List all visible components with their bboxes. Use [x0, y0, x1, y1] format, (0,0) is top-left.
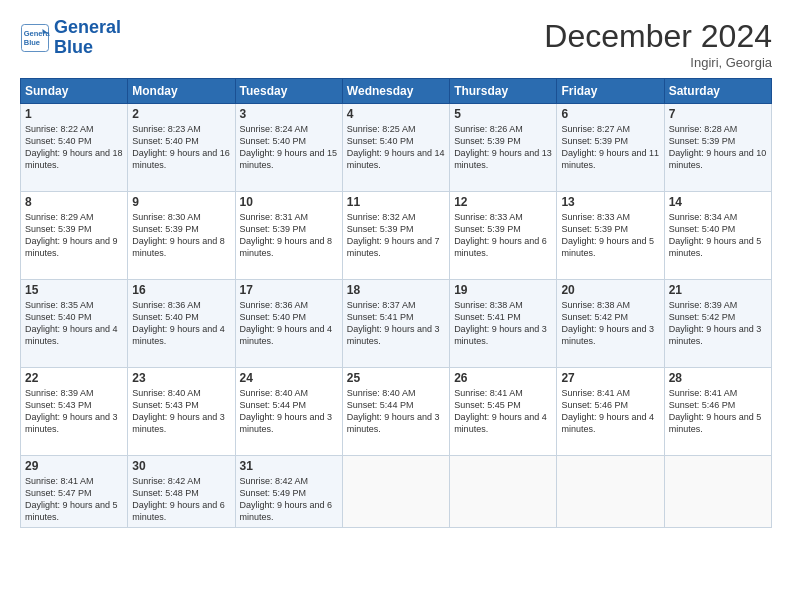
table-row [664, 456, 771, 528]
day-info: Sunrise: 8:32 AMSunset: 5:39 PMDaylight:… [347, 212, 440, 258]
month-title: December 2024 [544, 18, 772, 55]
day-number: 23 [132, 371, 230, 385]
day-info: Sunrise: 8:22 AMSunset: 5:40 PMDaylight:… [25, 124, 123, 170]
day-number: 12 [454, 195, 552, 209]
table-row: 18 Sunrise: 8:37 AMSunset: 5:41 PMDaylig… [342, 280, 449, 368]
day-number: 18 [347, 283, 445, 297]
col-wednesday: Wednesday [342, 79, 449, 104]
logo-line2: Blue [54, 38, 121, 58]
col-thursday: Thursday [450, 79, 557, 104]
day-number: 4 [347, 107, 445, 121]
table-row: 22 Sunrise: 8:39 AMSunset: 5:43 PMDaylig… [21, 368, 128, 456]
col-saturday: Saturday [664, 79, 771, 104]
day-info: Sunrise: 8:41 AMSunset: 5:47 PMDaylight:… [25, 476, 118, 522]
day-info: Sunrise: 8:42 AMSunset: 5:49 PMDaylight:… [240, 476, 333, 522]
page: General Blue General Blue December 2024 … [0, 0, 792, 612]
day-info: Sunrise: 8:39 AMSunset: 5:43 PMDaylight:… [25, 388, 118, 434]
table-row: 21 Sunrise: 8:39 AMSunset: 5:42 PMDaylig… [664, 280, 771, 368]
day-number: 1 [25, 107, 123, 121]
table-row: 13 Sunrise: 8:33 AMSunset: 5:39 PMDaylig… [557, 192, 664, 280]
day-info: Sunrise: 8:26 AMSunset: 5:39 PMDaylight:… [454, 124, 552, 170]
day-number: 5 [454, 107, 552, 121]
calendar-header: Sunday Monday Tuesday Wednesday Thursday… [21, 79, 772, 104]
day-number: 10 [240, 195, 338, 209]
day-number: 25 [347, 371, 445, 385]
day-number: 24 [240, 371, 338, 385]
table-row: 10 Sunrise: 8:31 AMSunset: 5:39 PMDaylig… [235, 192, 342, 280]
table-row: 26 Sunrise: 8:41 AMSunset: 5:45 PMDaylig… [450, 368, 557, 456]
day-number: 17 [240, 283, 338, 297]
col-tuesday: Tuesday [235, 79, 342, 104]
day-info: Sunrise: 8:31 AMSunset: 5:39 PMDaylight:… [240, 212, 333, 258]
day-info: Sunrise: 8:34 AMSunset: 5:40 PMDaylight:… [669, 212, 762, 258]
table-row: 7 Sunrise: 8:28 AMSunset: 5:39 PMDayligh… [664, 104, 771, 192]
day-number: 31 [240, 459, 338, 473]
day-number: 7 [669, 107, 767, 121]
day-info: Sunrise: 8:23 AMSunset: 5:40 PMDaylight:… [132, 124, 230, 170]
day-number: 2 [132, 107, 230, 121]
day-number: 21 [669, 283, 767, 297]
table-row: 5 Sunrise: 8:26 AMSunset: 5:39 PMDayligh… [450, 104, 557, 192]
day-info: Sunrise: 8:29 AMSunset: 5:39 PMDaylight:… [25, 212, 118, 258]
day-info: Sunrise: 8:38 AMSunset: 5:41 PMDaylight:… [454, 300, 547, 346]
table-row [557, 456, 664, 528]
table-row: 28 Sunrise: 8:41 AMSunset: 5:46 PMDaylig… [664, 368, 771, 456]
day-number: 27 [561, 371, 659, 385]
table-row: 1 Sunrise: 8:22 AMSunset: 5:40 PMDayligh… [21, 104, 128, 192]
table-row: 29 Sunrise: 8:41 AMSunset: 5:47 PMDaylig… [21, 456, 128, 528]
table-row: 9 Sunrise: 8:30 AMSunset: 5:39 PMDayligh… [128, 192, 235, 280]
table-row: 23 Sunrise: 8:40 AMSunset: 5:43 PMDaylig… [128, 368, 235, 456]
day-number: 22 [25, 371, 123, 385]
table-row: 14 Sunrise: 8:34 AMSunset: 5:40 PMDaylig… [664, 192, 771, 280]
day-info: Sunrise: 8:40 AMSunset: 5:44 PMDaylight:… [240, 388, 333, 434]
day-info: Sunrise: 8:35 AMSunset: 5:40 PMDaylight:… [25, 300, 118, 346]
table-row: 17 Sunrise: 8:36 AMSunset: 5:40 PMDaylig… [235, 280, 342, 368]
day-info: Sunrise: 8:25 AMSunset: 5:40 PMDaylight:… [347, 124, 445, 170]
day-info: Sunrise: 8:40 AMSunset: 5:44 PMDaylight:… [347, 388, 440, 434]
calendar-body: 1 Sunrise: 8:22 AMSunset: 5:40 PMDayligh… [21, 104, 772, 528]
day-number: 15 [25, 283, 123, 297]
day-info: Sunrise: 8:33 AMSunset: 5:39 PMDaylight:… [454, 212, 547, 258]
table-row [450, 456, 557, 528]
day-number: 20 [561, 283, 659, 297]
table-row: 2 Sunrise: 8:23 AMSunset: 5:40 PMDayligh… [128, 104, 235, 192]
day-number: 6 [561, 107, 659, 121]
calendar-table: Sunday Monday Tuesday Wednesday Thursday… [20, 78, 772, 528]
title-block: December 2024 Ingiri, Georgia [544, 18, 772, 70]
day-info: Sunrise: 8:38 AMSunset: 5:42 PMDaylight:… [561, 300, 654, 346]
day-number: 8 [25, 195, 123, 209]
logo-text: General Blue [54, 18, 121, 58]
day-info: Sunrise: 8:30 AMSunset: 5:39 PMDaylight:… [132, 212, 225, 258]
table-row [342, 456, 449, 528]
day-number: 28 [669, 371, 767, 385]
day-info: Sunrise: 8:41 AMSunset: 5:46 PMDaylight:… [669, 388, 762, 434]
day-number: 13 [561, 195, 659, 209]
logo-line1: General [54, 18, 121, 38]
header: General Blue General Blue December 2024 … [20, 18, 772, 70]
day-number: 26 [454, 371, 552, 385]
table-row: 25 Sunrise: 8:40 AMSunset: 5:44 PMDaylig… [342, 368, 449, 456]
col-sunday: Sunday [21, 79, 128, 104]
table-row: 31 Sunrise: 8:42 AMSunset: 5:49 PMDaylig… [235, 456, 342, 528]
day-info: Sunrise: 8:42 AMSunset: 5:48 PMDaylight:… [132, 476, 225, 522]
day-info: Sunrise: 8:40 AMSunset: 5:43 PMDaylight:… [132, 388, 225, 434]
table-row: 19 Sunrise: 8:38 AMSunset: 5:41 PMDaylig… [450, 280, 557, 368]
day-info: Sunrise: 8:37 AMSunset: 5:41 PMDaylight:… [347, 300, 440, 346]
location: Ingiri, Georgia [544, 55, 772, 70]
logo: General Blue General Blue [20, 18, 121, 58]
day-number: 11 [347, 195, 445, 209]
col-friday: Friday [557, 79, 664, 104]
day-number: 19 [454, 283, 552, 297]
day-info: Sunrise: 8:39 AMSunset: 5:42 PMDaylight:… [669, 300, 762, 346]
day-info: Sunrise: 8:24 AMSunset: 5:40 PMDaylight:… [240, 124, 338, 170]
table-row: 27 Sunrise: 8:41 AMSunset: 5:46 PMDaylig… [557, 368, 664, 456]
day-info: Sunrise: 8:33 AMSunset: 5:39 PMDaylight:… [561, 212, 654, 258]
day-number: 9 [132, 195, 230, 209]
day-info: Sunrise: 8:27 AMSunset: 5:39 PMDaylight:… [561, 124, 659, 170]
table-row: 16 Sunrise: 8:36 AMSunset: 5:40 PMDaylig… [128, 280, 235, 368]
day-number: 30 [132, 459, 230, 473]
table-row: 3 Sunrise: 8:24 AMSunset: 5:40 PMDayligh… [235, 104, 342, 192]
day-number: 14 [669, 195, 767, 209]
day-number: 16 [132, 283, 230, 297]
header-row: Sunday Monday Tuesday Wednesday Thursday… [21, 79, 772, 104]
